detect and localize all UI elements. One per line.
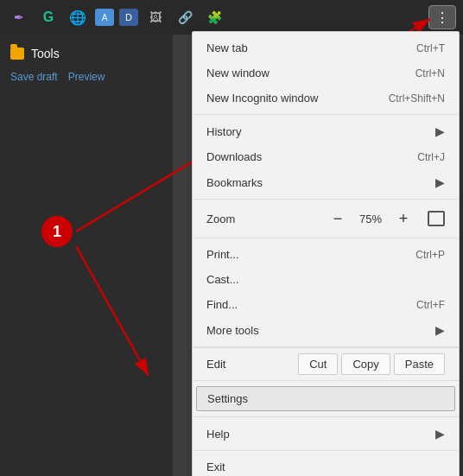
left-links: Save draft Preview [0, 67, 173, 90]
zoom-row: Zoom − 75% + [193, 203, 459, 234]
zoom-minus-button[interactable]: − [327, 208, 348, 229]
menu-section-print: Print... Ctrl+P Cast... Find... Ctrl+F M… [193, 238, 459, 347]
menu-section-history: History ▶ Downloads Ctrl+J Bookmarks ▶ [193, 115, 459, 200]
cut-button[interactable]: Cut [298, 353, 338, 375]
menu-section-new: New tab Ctrl+T New window Ctrl+N New Inc… [193, 32, 459, 115]
menu-item-cast[interactable]: Cast... [193, 267, 459, 292]
menu-item-help[interactable]: Help ▶ [193, 421, 459, 447]
left-panel: Tools Save draft Preview [0, 35, 173, 476]
grammarly-icon[interactable]: G [36, 5, 60, 29]
browser-menu-dropdown: New tab Ctrl+T New window Ctrl+N New Inc… [192, 31, 460, 476]
menu-item-find[interactable]: Find... Ctrl+F [193, 292, 459, 317]
zoom-fullscreen-button[interactable] [428, 211, 445, 226]
copy-button[interactable]: Copy [341, 353, 390, 375]
save-draft-link[interactable]: Save draft [10, 71, 58, 83]
browser-toolbar: ✒ G 🌐 A D 🖼 🔗 🧩 ⋮ [0, 0, 463, 35]
preview-link[interactable]: Preview [68, 71, 105, 83]
menu-item-downloads[interactable]: Downloads Ctrl+J [193, 144, 459, 169]
feather-icon[interactable]: ✒ [7, 5, 31, 29]
paste-button[interactable]: Paste [394, 353, 445, 375]
translate-icon[interactable]: A [95, 9, 114, 26]
link-icon[interactable]: 🔗 [173, 5, 197, 29]
zoom-controls: − 75% + [327, 208, 445, 229]
menu-section-help: Help ▶ [193, 417, 459, 451]
zoom-label: Zoom [206, 213, 327, 225]
edit-label: Edit [206, 358, 295, 371]
menu-item-history[interactable]: History ▶ [193, 118, 459, 144]
menu-item-new-tab[interactable]: New tab Ctrl+T [193, 35, 459, 60]
browser-ext-icon[interactable]: 🌐 [66, 5, 90, 29]
menu-item-print[interactable]: Print... Ctrl+P [193, 242, 459, 267]
menu-item-incognito[interactable]: New Incognito window Ctrl+Shift+N [193, 86, 459, 111]
menu-item-settings[interactable]: Settings [196, 386, 455, 411]
left-title: Tools [0, 35, 173, 67]
menu-section-exit: Exit [193, 451, 459, 476]
zoom-value: 75% [355, 213, 386, 225]
annotation-number: 1 [41, 216, 73, 247]
menu-item-more-tools[interactable]: More tools ▶ [193, 317, 459, 343]
menu-item-new-window[interactable]: New window Ctrl+N [193, 60, 459, 86]
menu-section-settings: Settings [193, 381, 459, 417]
menu-item-bookmarks[interactable]: Bookmarks ▶ [193, 169, 459, 195]
zoom-plus-button[interactable]: + [393, 208, 414, 229]
puzzle-icon[interactable]: 🧩 [202, 5, 226, 29]
dict-icon[interactable]: D [119, 9, 138, 26]
menu-item-exit[interactable]: Exit [193, 454, 459, 476]
three-dots-button[interactable]: ⋮ [428, 5, 456, 29]
folder-icon [10, 48, 24, 60]
left-panel-title: Tools [31, 47, 60, 60]
image-icon[interactable]: 🖼 [143, 5, 168, 29]
edit-row: Edit Cut Copy Paste [193, 347, 459, 381]
menu-section-zoom: Zoom − 75% + [193, 200, 459, 238]
